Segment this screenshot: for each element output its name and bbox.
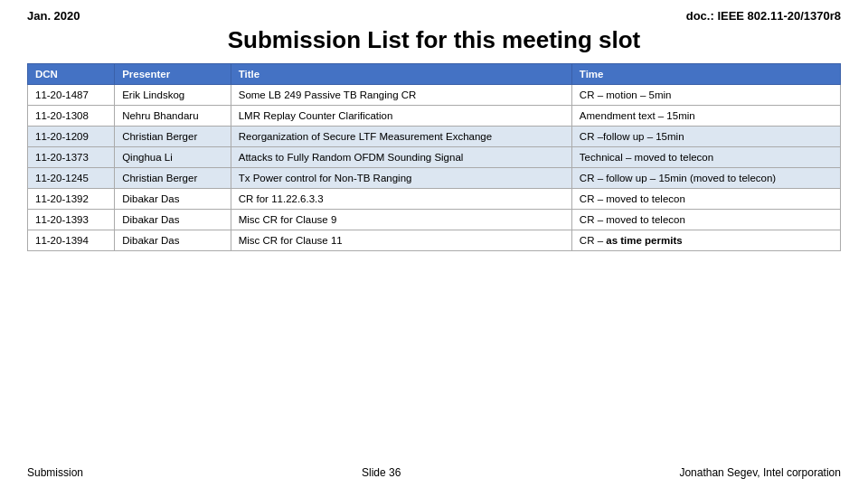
cell-title: Tx Power control for Non-TB Ranging bbox=[231, 168, 571, 189]
table-row: 11-20-1245Christian BergerTx Power contr… bbox=[28, 168, 841, 189]
doc-label: doc.: IEEE 802.11-20/1370r8 bbox=[686, 9, 841, 23]
top-bar: Jan. 2020 doc.: IEEE 802.11-20/1370r8 bbox=[27, 9, 841, 23]
cell-dcn: 11-20-1392 bbox=[28, 189, 115, 210]
cell-time: CR – moved to telecon bbox=[571, 210, 840, 230]
table-row: 11-20-1392Dibakar DasCR for 11.22.6.3.3C… bbox=[28, 189, 841, 210]
cell-title: LMR Replay Counter Clarification bbox=[231, 106, 571, 127]
table-row: 11-20-1209Christian BergerReorganization… bbox=[28, 127, 841, 147]
cell-time: CR – follow up – 15min (moved to telecon… bbox=[571, 168, 840, 189]
cell-time: CR – motion – 5min bbox=[571, 85, 840, 106]
table-row: 11-20-1373Qinghua LiAttacks to Fully Ran… bbox=[28, 147, 841, 168]
cell-dcn: 11-20-1308 bbox=[28, 106, 115, 127]
cell-time: Amendment text – 15min bbox=[571, 106, 840, 127]
cell-presenter: Nehru Bhandaru bbox=[115, 106, 231, 127]
cell-dcn: 11-20-1394 bbox=[28, 230, 115, 251]
cell-dcn: 11-20-1393 bbox=[28, 210, 115, 230]
col-presenter: Presenter bbox=[115, 64, 231, 85]
page: Jan. 2020 doc.: IEEE 802.11-20/1370r8 Su… bbox=[0, 0, 868, 488]
cell-presenter: Dibakar Das bbox=[115, 230, 231, 251]
cell-dcn: 11-20-1373 bbox=[28, 147, 115, 168]
table-row: 11-20-1487Erik LindskogSome LB 249 Passi… bbox=[28, 85, 841, 106]
cell-title: CR for 11.22.6.3.3 bbox=[231, 189, 571, 210]
cell-title: Misc CR for Clause 11 bbox=[231, 230, 571, 251]
page-title: Submission List for this meeting slot bbox=[27, 26, 841, 54]
cell-time: CR – moved to telecon bbox=[571, 189, 840, 210]
cell-presenter: Qinghua Li bbox=[115, 147, 231, 168]
cell-dcn: 11-20-1487 bbox=[28, 85, 115, 106]
col-time: Time bbox=[571, 64, 840, 85]
cell-presenter: Dibakar Das bbox=[115, 189, 231, 210]
cell-presenter: Erik Lindskog bbox=[115, 85, 231, 106]
cell-title: Some LB 249 Passive TB Ranging CR bbox=[231, 85, 571, 106]
cell-time: Technical – moved to telecon bbox=[571, 147, 840, 168]
col-dcn: DCN bbox=[28, 64, 115, 85]
cell-title: Misc CR for Clause 9 bbox=[231, 210, 571, 230]
table-row: 11-20-1394Dibakar DasMisc CR for Clause … bbox=[28, 230, 841, 251]
cell-time: CR – as time permits bbox=[571, 230, 840, 251]
footer-center: Slide 36 bbox=[362, 466, 401, 479]
submission-table: DCN Presenter Title Time 11-20-1487Erik … bbox=[27, 63, 841, 251]
footer-left: Submission bbox=[27, 466, 83, 479]
cell-title: Reorganization of Secure LTF Measurement… bbox=[231, 127, 571, 147]
cell-dcn: 11-20-1245 bbox=[28, 168, 115, 189]
cell-time: CR –follow up – 15min bbox=[571, 127, 840, 147]
cell-dcn: 11-20-1209 bbox=[28, 127, 115, 147]
footer: Submission Slide 36 Jonathan Segev, Inte… bbox=[27, 459, 841, 479]
footer-right: Jonathan Segev, Intel corporation bbox=[679, 466, 841, 479]
cell-presenter: Christian Berger bbox=[115, 127, 231, 147]
cell-presenter: Christian Berger bbox=[115, 168, 231, 189]
table-header-row: DCN Presenter Title Time bbox=[28, 64, 841, 85]
col-title: Title bbox=[231, 64, 571, 85]
date-label: Jan. 2020 bbox=[27, 9, 80, 23]
table-row: 11-20-1308Nehru BhandaruLMR Replay Count… bbox=[28, 106, 841, 127]
cell-presenter: Dibakar Das bbox=[115, 210, 231, 230]
table-row: 11-20-1393Dibakar DasMisc CR for Clause … bbox=[28, 210, 841, 230]
cell-title: Attacks to Fully Random OFDM Sounding Si… bbox=[231, 147, 571, 168]
